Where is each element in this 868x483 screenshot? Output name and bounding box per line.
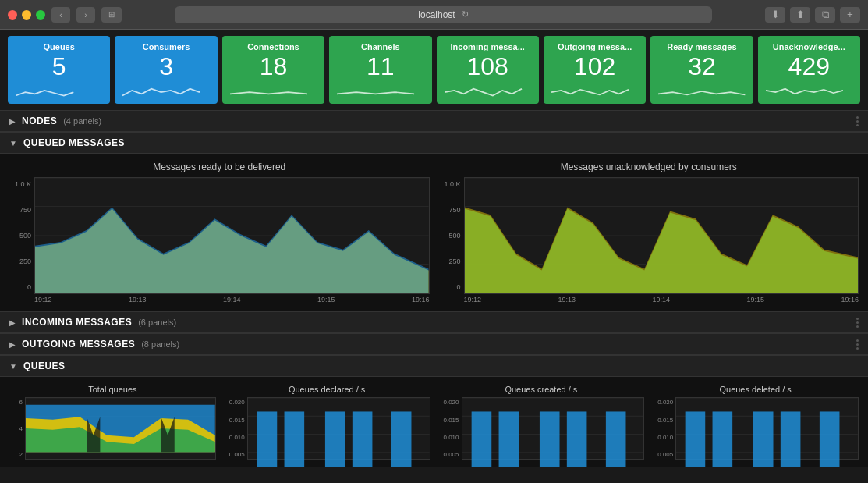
metric-card-channels[interactable]: Channels 11 — [329, 36, 431, 104]
svg-rect-42 — [605, 412, 625, 468]
ready-y-750: 750 — [9, 206, 31, 214]
queues-declared-chart: Queues declared / s 0.020 0.015 0.010 0.… — [224, 385, 430, 460]
close-button[interactable] — [8, 10, 17, 20]
svg-rect-40 — [539, 412, 559, 468]
ready-x-1915: 19:15 — [317, 296, 335, 304]
minimize-button[interactable] — [22, 10, 31, 20]
ready-y-500: 500 — [9, 232, 31, 240]
ready-x-1912: 19:12 — [34, 296, 52, 304]
ready-chart-area — [34, 177, 430, 294]
nodes-drag-handle — [856, 116, 859, 126]
svg-rect-38 — [471, 412, 491, 468]
ready-y-250: 250 — [9, 257, 31, 265]
ready-y-1k: 1.0 K — [9, 180, 31, 188]
address-bar[interactable]: localhost ↻ — [175, 6, 712, 23]
svg-rect-32 — [391, 412, 412, 468]
svg-rect-31 — [353, 412, 373, 468]
back-button[interactable]: ‹ — [51, 7, 70, 23]
queued-charts: Messages ready to be delivered 1.0 K 750… — [9, 162, 859, 304]
total-queues-y-labels: 6 4 2 — [9, 397, 25, 460]
unack-x-1912: 19:12 — [464, 296, 482, 304]
svg-rect-30 — [325, 412, 345, 468]
unack-y-labels: 1.0 K 750 500 250 0 — [439, 177, 464, 304]
metric-card-ready[interactable]: Ready messages 32 — [650, 36, 753, 104]
unack-chart-area — [464, 177, 859, 294]
browser-actions: ⬇ ⬆ ⧉ + — [765, 7, 860, 23]
queued-section: Messages ready to be delivered 1.0 K 750… — [0, 154, 868, 311]
incoming-section-header[interactable]: ▶ INCOMING MESSAGES (6 panels) — [0, 311, 868, 333]
deleted-y-labels: 0.020 0.015 0.010 0.005 — [652, 397, 675, 460]
unack-y-1k: 1.0 K — [439, 180, 461, 188]
created-y-labels: 0.020 0.015 0.010 0.005 — [438, 397, 462, 460]
unack-chart-container: Messages unacknowledged by consumers 1.0… — [439, 162, 859, 304]
ready-x-1916: 19:16 — [412, 296, 430, 304]
declared-y-labels: 0.020 0.015 0.010 0.005 — [224, 397, 247, 460]
outgoing-title: OUTGOING MESSAGES — [22, 339, 135, 350]
total-queues-chart: Total queues 6 4 2 — [9, 385, 216, 460]
svg-rect-49 — [713, 412, 733, 468]
metric-card-outgoing[interactable]: Outgoing messa... 102 — [544, 36, 646, 104]
unack-x-1916: 19:16 — [841, 296, 859, 304]
ready-x-1914: 19:14 — [223, 296, 241, 304]
outgoing-section-header[interactable]: ▶ OUTGOING MESSAGES (8 panels) — [0, 333, 868, 355]
sparkline-outgoing — [551, 83, 638, 99]
unack-chart-title: Messages unacknowledged by consumers — [439, 162, 859, 172]
svg-rect-29 — [284, 412, 304, 468]
sparkline-connections — [230, 83, 317, 99]
ready-y-labels: 1.0 K 750 500 250 0 — [9, 177, 34, 304]
queues-title: QUEUES — [23, 360, 66, 371]
outgoing-chevron-icon: ▶ — [9, 340, 16, 349]
metric-label-channels: Channels — [337, 42, 423, 51]
metric-value-outgoing: 102 — [574, 53, 615, 80]
unack-y-250: 250 — [439, 257, 461, 265]
metric-card-connections[interactable]: Connections 18 — [222, 36, 324, 104]
metric-cards-row: Queues 5 Consumers 3 Connections 18 Chan… — [0, 30, 868, 110]
outgoing-subtitle: (8 panels) — [141, 339, 179, 349]
metric-label-incoming: Incoming messa... — [445, 42, 531, 51]
created-chart-area — [462, 397, 645, 460]
plus-button[interactable]: + — [840, 7, 860, 23]
unack-x-1914: 19:14 — [652, 296, 670, 304]
traffic-lights — [8, 10, 45, 20]
outgoing-drag-handle — [856, 339, 859, 350]
queues-section: Total queues 6 4 2 — [0, 377, 868, 467]
unack-x-1913: 19:13 — [558, 296, 576, 304]
metric-card-consumers[interactable]: Consumers 3 — [115, 36, 217, 104]
forward-button[interactable]: › — [76, 7, 95, 23]
unack-y-750: 750 — [439, 206, 461, 214]
svg-rect-41 — [566, 412, 586, 468]
metric-card-queues[interactable]: Queues 5 — [8, 36, 110, 104]
incoming-drag-handle — [856, 318, 859, 328]
main-content: Queues 5 Consumers 3 Connections 18 Chan… — [0, 30, 868, 467]
sparkline-queues — [16, 83, 102, 99]
metric-label-unack: Unacknowledge... — [766, 42, 852, 51]
svg-rect-28 — [257, 412, 277, 468]
svg-rect-51 — [781, 412, 801, 468]
queues-created-title: Queues created / s — [438, 385, 645, 394]
nodes-subtitle: (4 panels) — [63, 116, 101, 126]
unack-x-labels: 19:12 19:13 19:14 19:15 19:16 — [464, 294, 859, 304]
metric-card-unack[interactable]: Unacknowledge... 429 — [758, 36, 860, 104]
metric-label-consumers: Consumers — [122, 42, 209, 51]
share-button[interactable]: ⬆ — [790, 7, 810, 23]
metric-card-incoming[interactable]: Incoming messa... 108 — [437, 36, 539, 104]
ready-x-1913: 19:13 — [129, 296, 147, 304]
queues-charts-row: Total queues 6 4 2 — [9, 385, 859, 460]
nodes-chevron-icon: ▶ — [9, 117, 16, 126]
queues-section-header[interactable]: ▼ QUEUES — [0, 355, 868, 377]
maximize-button[interactable] — [36, 10, 45, 20]
queued-chevron-icon: ▼ — [9, 139, 17, 147]
reload-icon[interactable]: ↻ — [462, 9, 469, 20]
metric-value-queues: 5 — [52, 53, 66, 80]
window-button[interactable]: ⧉ — [815, 7, 835, 23]
queued-title: QUEUED MESSAGES — [23, 137, 125, 148]
queued-section-header[interactable]: ▼ QUEUED MESSAGES — [0, 132, 868, 154]
nodes-section-header[interactable]: ▶ NODES (4 panels) — [0, 110, 868, 132]
svg-rect-52 — [820, 412, 840, 468]
tab-icon[interactable]: ⊞ — [101, 7, 122, 23]
svg-rect-50 — [753, 412, 774, 468]
incoming-subtitle: (6 panels) — [138, 318, 176, 327]
download-button[interactable]: ⬇ — [765, 7, 785, 23]
queues-declared-title: Queues declared / s — [224, 385, 430, 394]
metric-value-unack: 429 — [788, 53, 830, 80]
